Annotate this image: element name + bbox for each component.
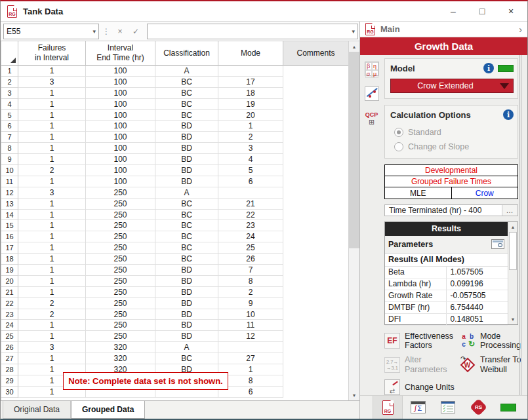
grid-cell[interactable]: 1	[18, 199, 86, 210]
row-number[interactable]: 30	[1, 387, 18, 398]
cancel-entry-button[interactable]: ×	[113, 24, 127, 39]
grid-cell[interactable]: 10	[218, 309, 283, 320]
grid-cell[interactable]: BC	[155, 199, 218, 210]
grid-cell[interactable]: 2	[218, 132, 283, 143]
grid-cell[interactable]: A	[155, 187, 218, 199]
grid-cell[interactable]: 4	[218, 154, 283, 165]
row-number[interactable]: 1	[1, 66, 18, 77]
grid-cell[interactable]: 2	[218, 287, 283, 298]
grid-cell[interactable]: 1	[18, 320, 86, 331]
row-number[interactable]: 23	[1, 309, 18, 320]
grid-cell[interactable]: 1	[18, 231, 86, 242]
transfer-to-weibull-button[interactable]: ↷ W Transfer To Weibull	[460, 355, 528, 374]
grid-cell[interactable]: 320	[86, 353, 155, 364]
tab-grouped-data[interactable]: Grouped Data	[71, 401, 145, 419]
grid-cell[interactable]: 250	[86, 309, 155, 320]
scroll-track[interactable]	[349, 248, 359, 390]
grid-cell[interactable]: 1	[18, 88, 86, 99]
grid-cell[interactable]: 12	[218, 331, 283, 342]
row-number[interactable]: 20	[1, 276, 18, 287]
grid-cell[interactable]: BC	[155, 99, 218, 110]
row-number[interactable]: 12	[1, 187, 18, 199]
row-number[interactable]: 24	[1, 320, 18, 331]
mode-processing-button[interactable]: a b c ↻ Mode Processing	[460, 332, 528, 351]
grid-cell[interactable]: 100	[86, 132, 155, 143]
row-number[interactable]: 22	[1, 298, 18, 309]
grid-cell[interactable]: 2	[18, 298, 86, 309]
grid-scrollbar[interactable]: ▲ ▼	[348, 41, 359, 400]
info-icon[interactable]: i	[503, 109, 514, 120]
grid-cell[interactable]: 100	[86, 110, 155, 121]
grid-cell[interactable]: 24	[218, 231, 283, 242]
grid-cell[interactable]: 3	[218, 143, 283, 154]
reliasoft-logo-icon[interactable]: RS	[463, 396, 493, 419]
model-select-button[interactable]: Crow Extended	[390, 79, 514, 93]
grid-cell[interactable]: 100	[86, 165, 155, 176]
grid-cell[interactable]: BD	[155, 176, 218, 187]
grid-cell[interactable]: 250	[86, 242, 155, 254]
row-number[interactable]: 3	[1, 88, 18, 99]
grid-cell[interactable]: BD	[155, 320, 218, 331]
grid-cell[interactable]: 100	[86, 176, 155, 187]
row-number[interactable]: 2	[1, 77, 18, 88]
grid-cell[interactable]: 100	[86, 66, 155, 77]
column-header[interactable]: Comments	[283, 41, 349, 66]
grid-cell[interactable]: 3	[18, 187, 86, 199]
row-number[interactable]: 8	[1, 143, 18, 154]
grid-cell[interactable]: 6	[218, 176, 283, 187]
grid-cell[interactable]: 1	[18, 66, 86, 77]
grid-cell[interactable]: 100	[86, 121, 155, 132]
radio-change-of-slope[interactable]: Change of Slope	[394, 142, 514, 151]
grid-cell[interactable]: BC	[155, 210, 218, 221]
grid-cell[interactable]: 1	[18, 220, 86, 231]
column-header[interactable]: Mode	[218, 41, 283, 66]
grid-cell[interactable]: 18	[218, 88, 283, 99]
tab-original-data[interactable]: Original Data	[3, 401, 71, 419]
grid-cell[interactable]: 25	[218, 242, 283, 254]
grid-cell[interactable]: BD	[155, 121, 218, 132]
analysis-summary-icon[interactable]: ✓ ✓ ✓	[433, 396, 463, 419]
chevron-right-icon[interactable]: ›	[519, 24, 522, 35]
row-number[interactable]: 17	[1, 242, 18, 254]
close-button[interactable]: ×	[501, 4, 521, 18]
change-units-button[interactable]: ⇄ Change Units	[384, 379, 457, 395]
info-icon[interactable]: i	[483, 63, 494, 73]
maximize-button[interactable]: □	[472, 4, 492, 18]
grid-cell[interactable]: 1	[18, 254, 86, 265]
grid-cell[interactable]: BD	[155, 331, 218, 342]
scroll-down-icon[interactable]: ▼	[508, 315, 518, 324]
grid-cell[interactable]: 100	[86, 77, 155, 88]
grid-cell[interactable]: 1	[18, 265, 86, 276]
row-number[interactable]: 28	[1, 364, 18, 375]
row-number[interactable]: 6	[1, 121, 18, 132]
grid-cell[interactable]: 250	[86, 287, 155, 298]
row-number[interactable]: 18	[1, 254, 18, 265]
grid-cell[interactable]: 250	[86, 298, 155, 309]
grid-cell[interactable]: 17	[218, 77, 283, 88]
grid-cell[interactable]: BC	[155, 242, 218, 254]
grid-cell[interactable]: BC	[155, 254, 218, 265]
grid-cell[interactable]: 1	[18, 242, 86, 254]
grid-cell[interactable]: 1	[18, 287, 86, 298]
scroll-thumb[interactable]	[349, 52, 359, 248]
row-number[interactable]: 9	[1, 154, 18, 165]
confirm-entry-button[interactable]: ✓	[129, 24, 143, 39]
grid-cell[interactable]: BD	[155, 265, 218, 276]
grid-cell[interactable]: 250	[86, 265, 155, 276]
grid-cell[interactable]: 320	[86, 342, 155, 353]
scroll-up-icon[interactable]: ▲	[349, 41, 359, 52]
grid-cell[interactable]: 100	[86, 99, 155, 110]
termination-field[interactable]: Time Terminated (hr) - 400 …	[384, 204, 518, 216]
grid-cell[interactable]: 100	[86, 143, 155, 154]
scroll-track[interactable]	[508, 270, 518, 315]
column-header[interactable]: Failures in Interval	[18, 41, 86, 66]
grid-cell[interactable]: 250	[86, 210, 155, 221]
grid-cell[interactable]: 1	[18, 154, 86, 165]
grid-cell[interactable]: 3	[18, 342, 86, 353]
grid-cell[interactable]: 3	[18, 77, 86, 88]
qcp-icon[interactable]: QCP ⊞	[363, 110, 380, 127]
row-number[interactable]: 10	[1, 165, 18, 176]
grid-cell[interactable]: BC	[155, 353, 218, 364]
select-all-corner[interactable]	[1, 41, 18, 66]
grid-cell[interactable]: 1	[18, 99, 86, 110]
